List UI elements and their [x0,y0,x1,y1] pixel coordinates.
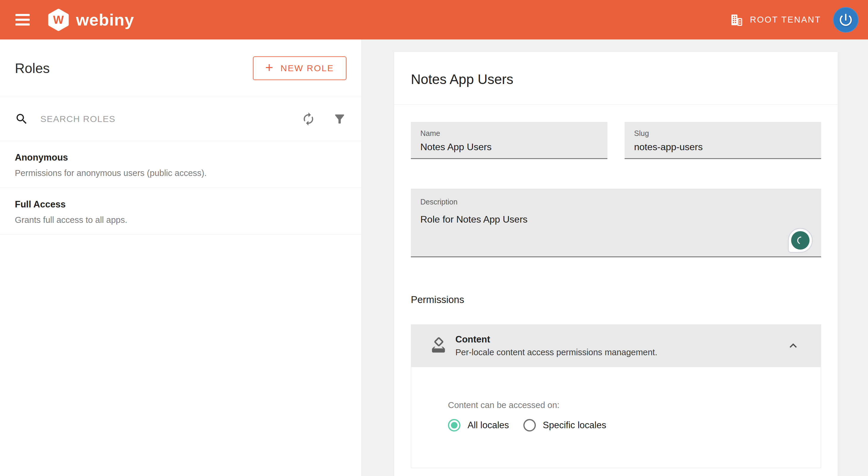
list-item[interactable]: Anonymous Permissions for anonymous user… [0,141,361,188]
user-avatar[interactable] [833,7,859,33]
description-input[interactable]: Role for Notes App Users [420,214,772,258]
cursor-indicator [788,228,813,253]
radio-selected-icon [448,419,460,432]
radio-label: All locales [468,420,509,431]
new-role-button-label: NEW ROLE [281,63,334,73]
form-title: Notes App Users [411,73,821,86]
plus-icon: + [266,61,274,74]
top-app-bar: W webiny ROOT TENANT [0,0,868,39]
app-window: W webiny ROOT TENANT [0,0,868,476]
slug-field[interactable]: Slug [625,122,821,159]
building-icon [730,13,744,27]
role-detail-area: Notes App Users Name Slug [362,39,868,476]
refresh-button[interactable] [301,112,315,126]
logo-letter: W [53,14,64,26]
slug-input[interactable] [634,141,812,153]
roles-list-panel: Roles + NEW ROLE [0,39,362,476]
slug-field-label: Slug [634,129,812,138]
list-item[interactable]: Full Access Grants full access to all ap… [0,188,361,235]
locales-radio-group: All locales Specific locales [448,419,821,432]
accordion-header-content[interactable]: Content Per-locale content access permis… [411,324,821,367]
page-title: Roles [15,60,50,76]
cursor-indicator-circle [791,231,809,250]
chevron-up-icon [786,339,800,353]
filter-icon [333,112,346,126]
content-permissions-accordion: Content Per-locale content access permis… [411,324,821,468]
header-right-group: ROOT TENANT [730,7,859,33]
brand-wordmark: webiny [76,11,134,28]
radio-unselected-icon [523,419,536,432]
description-field[interactable]: Description Role for Notes App Users [411,189,821,257]
power-avatar-icon [838,12,854,28]
search-icon [15,112,29,126]
form-header: Notes App Users [394,52,838,105]
radio-specific-locales[interactable]: Specific locales [523,419,607,432]
menu-icon[interactable] [16,14,30,26]
search-input[interactable] [40,114,301,124]
radio-label: Specific locales [543,420,607,431]
refresh-icon [301,112,315,126]
accordion-subtitle: Per-locale content access permissions ma… [455,348,657,357]
role-description: Permissions for anonymous users (public … [15,168,346,178]
new-role-button[interactable]: + NEW ROLE [253,56,346,80]
radio-all-locales[interactable]: All locales [448,419,509,432]
role-name: Anonymous [15,152,346,163]
role-form-card: Notes App Users Name Slug [394,52,838,476]
description-field-label: Description [420,198,812,206]
name-field-label: Name [420,129,598,138]
search-bar [0,97,361,141]
main-content: Roles + NEW ROLE [0,39,868,476]
form-body: Name Slug Description Role for Notes App… [394,105,838,468]
ballot-box-icon [430,337,447,354]
roles-list: Anonymous Permissions for anonymous user… [0,141,361,235]
role-name: Full Access [15,199,346,210]
webiny-logo[interactable]: W webiny [48,9,134,31]
name-slug-row: Name Slug [411,122,821,159]
roles-panel-header: Roles + NEW ROLE [0,39,361,97]
role-description: Grants full access to all apps. [15,215,346,225]
permissions-heading: Permissions [411,294,821,305]
name-field[interactable]: Name [411,122,607,159]
accordion-titles: Content Per-locale content access permis… [455,334,657,357]
tenant-label: ROOT TENANT [750,15,821,25]
accordion-body-content: Content can be accessed on: All locales … [411,367,821,468]
cursor-crescent-icon [794,234,807,247]
access-question: Content can be accessed on: [448,400,821,410]
tenant-selector[interactable]: ROOT TENANT [730,13,821,27]
collapse-button[interactable] [786,339,800,353]
accordion-title: Content [455,334,657,345]
webiny-hexagon-icon: W [48,9,69,31]
name-input[interactable] [420,141,598,153]
filter-button[interactable] [333,112,346,126]
